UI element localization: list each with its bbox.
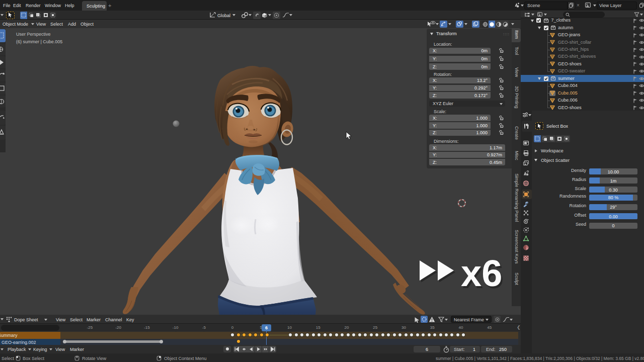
svg-text:x6: x6 [461, 252, 502, 294]
